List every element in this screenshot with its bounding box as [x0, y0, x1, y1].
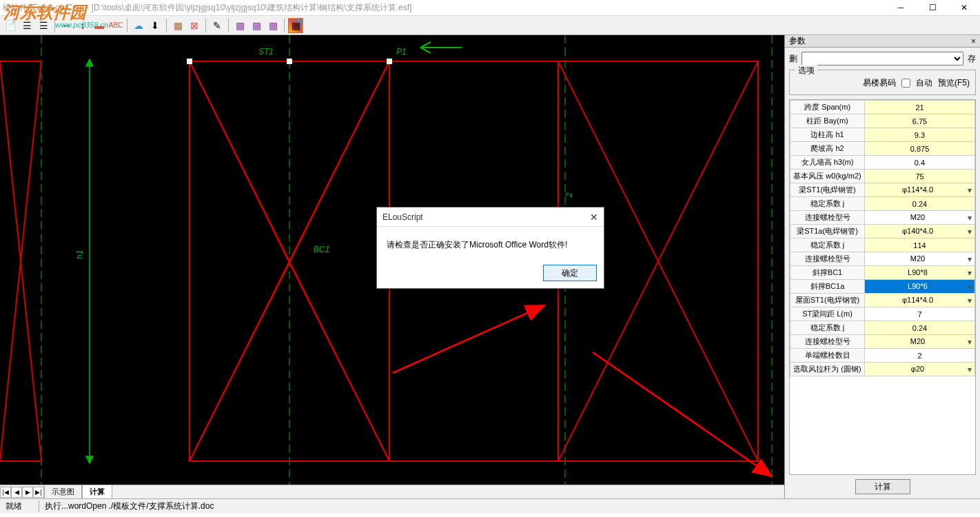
param-label: 柱距 Bay(m)	[790, 114, 865, 128]
param-label: 单端螺栓数目	[790, 349, 865, 363]
param-value[interactable]: 0.4	[865, 156, 975, 170]
auto-checkbox[interactable]	[901, 79, 910, 88]
canvas-label-h1: h1	[75, 250, 85, 259]
dialog-message: 请检查是否正确安装了Microsoft Office Word软件!	[387, 240, 567, 250]
easycode-label: 易楼易码	[863, 77, 896, 89]
param-label: 斜撑BC1a	[790, 280, 865, 294]
tab-nav-prev[interactable]: ◀	[11, 487, 22, 498]
toolbar-icon[interactable]: ☁	[131, 18, 146, 33]
param-value[interactable]: L90*6▾	[865, 280, 975, 294]
delete-select[interactable]	[802, 52, 963, 65]
tab-strip: |◀ ◀ ▶ ▶| 示意图 计算	[0, 485, 784, 498]
tab-calc[interactable]: 计算	[82, 485, 112, 498]
param-value[interactable]: φ114*4.0▾	[865, 294, 975, 307]
toolbar-icon[interactable]: ▦	[288, 18, 303, 33]
param-label: ST梁间距 L(m)	[790, 307, 865, 321]
param-row: 单端螺栓数目2	[790, 349, 975, 363]
tab-schematic[interactable]: 示意图	[44, 485, 82, 498]
svg-rect-21	[287, 59, 292, 64]
canvas-label-p1: P1	[396, 47, 407, 57]
toolbar-icon[interactable]: ⊠	[187, 18, 202, 33]
canvas-label-st1: ST1	[258, 47, 274, 57]
param-table: 跨度 Span(m)21柱距 Bay(m)6.75边柱高 h19.3爬坡高 h2…	[790, 100, 975, 376]
param-row: 柱距 Bay(m)6.75	[790, 114, 975, 128]
param-label: 连接螺栓型号	[790, 211, 865, 225]
param-row: 斜撑BC1aL90*6▾	[790, 280, 975, 294]
tab-nav-first[interactable]: |◀	[0, 487, 11, 498]
param-row: 梁ST1(电焊钢管)φ114*4.0▾	[790, 183, 975, 197]
toolbar-icon[interactable]: ▩	[265, 18, 280, 33]
param-label: 爬坡高 h2	[790, 142, 865, 156]
param-value[interactable]: M20▾	[865, 211, 975, 225]
toolbar-icon[interactable]: ▩	[249, 18, 264, 33]
dialog-close-icon[interactable]: ✕	[590, 212, 598, 223]
param-value[interactable]: φ140*4.0▾	[865, 225, 975, 239]
auto-label: 自动	[916, 77, 932, 89]
param-value[interactable]: 75	[865, 170, 975, 183]
param-row: 基本风压 w0(kg/m2)75	[790, 170, 975, 183]
param-label: 斜撑BC1	[790, 266, 865, 280]
toolbar-icon[interactable]: ▦	[170, 18, 185, 33]
param-value[interactable]: 6.75	[865, 114, 975, 128]
watermark-url: www.pc0359.cn	[55, 21, 108, 29]
param-row: 屋面ST1(电焊钢管)φ114*4.0▾	[790, 294, 975, 307]
param-label: 连接螺栓型号	[790, 335, 865, 349]
tab-nav-last[interactable]: ▶|	[33, 487, 44, 498]
param-value[interactable]: 2	[865, 349, 975, 363]
param-label: 梁ST1(电焊钢管)	[790, 183, 865, 197]
param-label: 女儿墙高 h3(m)	[790, 156, 865, 170]
minimize-button[interactable]: ─	[885, 0, 917, 16]
error-dialog: ELouScript ✕ 请检查是否正确安装了Microsoft Office …	[376, 207, 604, 289]
dialog-ok-button[interactable]: 确定	[543, 265, 597, 281]
param-row: 连接螺栓型号M20▾	[790, 252, 975, 266]
svg-rect-22	[387, 59, 392, 64]
calculate-button[interactable]: 计算	[855, 479, 910, 494]
param-label: 基本风压 w0(kg/m2)	[790, 170, 865, 183]
param-row: ST梁间距 L(m)7	[790, 307, 975, 321]
svg-line-7	[190, 61, 289, 263]
param-row: 梁ST1a(电焊钢管)φ140*4.0▾	[790, 225, 975, 239]
svg-line-8	[289, 61, 389, 263]
param-row: 斜撑BC1L90*8▾	[790, 266, 975, 280]
toolbar-icon[interactable]: ▩	[232, 18, 247, 33]
param-value[interactable]: M20▾	[865, 335, 975, 349]
dialog-title: ELouScript	[382, 212, 423, 222]
param-row: 女儿墙高 h3(m)0.4	[790, 156, 975, 170]
param-value[interactable]: 0.875	[865, 142, 975, 156]
param-label: 稳定系数 j	[790, 197, 865, 211]
param-row: 连接螺栓型号M20▾	[790, 335, 975, 349]
option-legend: 选项	[795, 65, 817, 77]
params-panel: 参数 × 删 存 选项 易楼易码 自动 预览(F5) 跨度 Span(m)21柱…	[784, 35, 980, 498]
preview-label[interactable]: 预览(F5)	[938, 77, 970, 89]
panel-close-icon[interactable]: ×	[971, 37, 976, 46]
param-label: 连接螺栓型号	[790, 252, 865, 266]
close-button[interactable]: ✕	[948, 0, 980, 16]
maximize-button[interactable]: ☐	[917, 0, 948, 16]
toolbar-icon[interactable]: ✎	[210, 18, 225, 33]
toolbar-icon[interactable]: ABC	[108, 18, 123, 33]
param-value[interactable]: 21	[865, 101, 975, 114]
param-row: 选取风拉杆为 (圆钢)φ20▾	[790, 363, 975, 376]
param-row: 稳定系数 j0.24	[790, 321, 975, 335]
param-value[interactable]: φ114*4.0▾	[865, 183, 975, 197]
window-title: 楼软件] EasyLou.Com - [D:\tools\桌面\河东软件园\yl…	[3, 2, 885, 14]
param-value[interactable]: 9.3	[865, 128, 975, 142]
param-value[interactable]: 0.24	[865, 321, 975, 335]
param-label: 梁ST1a(电焊钢管)	[790, 225, 865, 239]
titlebar: 楼软件] EasyLou.Com - [D:\tools\桌面\河东软件园\yl…	[0, 0, 980, 16]
status-exec: 执行...wordOpen ./模板文件/支撑系统计算.doc	[39, 500, 214, 512]
param-row: 稳定系数 j0.24	[790, 197, 975, 211]
param-value[interactable]: φ20▾	[865, 363, 975, 376]
tab-nav-next[interactable]: ▶	[22, 487, 33, 498]
param-value[interactable]: 0.24	[865, 197, 975, 211]
toolbar-icon[interactable]: ⬇	[147, 18, 163, 33]
svg-text:2: 2	[564, 192, 574, 198]
param-value[interactable]: M20▾	[865, 252, 975, 266]
param-value[interactable]: 114	[865, 239, 975, 252]
param-value[interactable]: L90*8▾	[865, 266, 975, 280]
save-label[interactable]: 存	[968, 53, 976, 65]
param-row: 边柱高 h19.3	[790, 128, 975, 142]
param-label: 选取风拉杆为 (圆钢)	[790, 363, 865, 376]
param-value[interactable]: 7	[865, 307, 975, 321]
canvas-label-bc1: BC1	[314, 245, 329, 254]
